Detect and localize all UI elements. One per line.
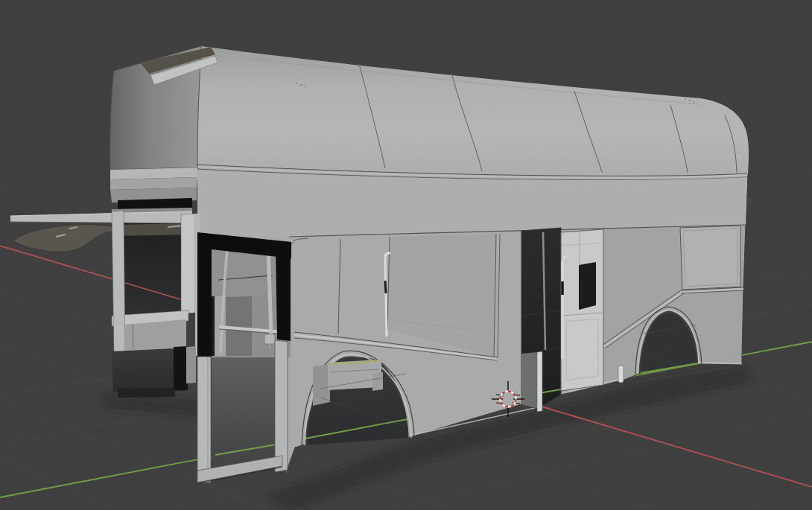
viewport-grain-overlay [0,0,812,510]
3d-viewport[interactable] [0,0,812,510]
